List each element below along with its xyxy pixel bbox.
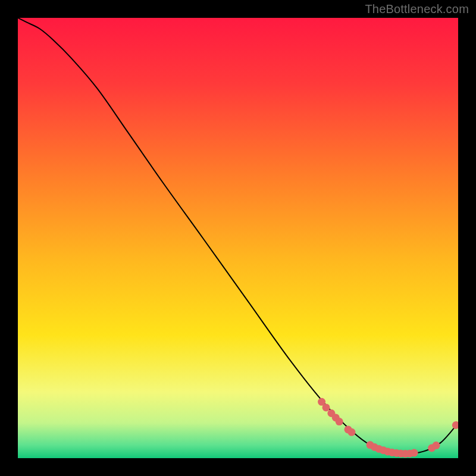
data-point	[336, 418, 343, 425]
chart-svg	[18, 18, 458, 458]
watermark-label: TheBottleneck.com	[365, 2, 469, 16]
data-point	[322, 403, 330, 411]
plot-area	[18, 18, 458, 458]
gradient-background	[18, 18, 458, 458]
chart-container: TheBottleneck.com	[0, 0, 476, 476]
data-point	[347, 428, 355, 436]
data-point	[433, 441, 440, 449]
data-point	[411, 449, 418, 457]
